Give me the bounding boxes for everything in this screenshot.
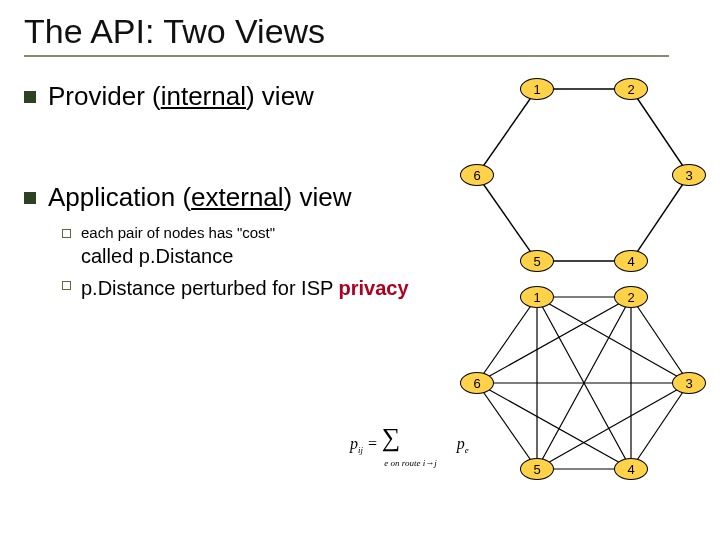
sub-a-small: each pair of nodes has "cost" xyxy=(81,224,275,241)
hollow-bullet-icon xyxy=(62,281,71,290)
sigma-icon: ∑ xyxy=(382,423,401,453)
graph-node-1: 1 xyxy=(520,78,554,100)
square-bullet-icon xyxy=(24,192,36,204)
sub-b-big: p.Distance perturbed for ISP xyxy=(81,277,339,299)
provider-prefix: Provider ( xyxy=(48,81,161,111)
application-prefix: Application ( xyxy=(48,182,191,212)
application-graph: 123456 xyxy=(450,280,700,500)
graph-node-3: 3 xyxy=(672,164,706,186)
svg-line-12 xyxy=(537,297,689,383)
graph-node-1: 1 xyxy=(520,286,554,308)
provider-graph: 123456 xyxy=(450,72,700,282)
provider-suffix: ) view xyxy=(246,81,314,111)
svg-line-18 xyxy=(537,383,689,469)
svg-line-8 xyxy=(631,383,689,469)
provider-accent: internal xyxy=(161,81,246,111)
svg-line-2 xyxy=(631,175,689,261)
application-label: Application (external) view xyxy=(48,182,351,213)
square-bullet-icon xyxy=(24,91,36,103)
graph-node-6: 6 xyxy=(460,164,494,186)
svg-line-1 xyxy=(631,89,689,175)
graph-node-5: 5 xyxy=(520,250,554,272)
formula-under: e on route i→j xyxy=(384,458,436,468)
svg-line-4 xyxy=(477,175,537,261)
graph-node-4: 4 xyxy=(614,458,648,480)
graph-node-3: 3 xyxy=(672,372,706,394)
formula-eq: = xyxy=(363,435,382,452)
sub-a-big: called p.Distance xyxy=(81,243,275,269)
svg-line-7 xyxy=(631,297,689,383)
svg-line-11 xyxy=(477,297,537,383)
graph-node-6: 6 xyxy=(460,372,494,394)
formula-p: p xyxy=(350,435,358,452)
hollow-bullet-icon xyxy=(62,229,71,238)
graph-node-2: 2 xyxy=(614,286,648,308)
sub-b-privacy: privacy xyxy=(339,277,409,299)
title-underline xyxy=(24,55,669,57)
graph-node-4: 4 xyxy=(614,250,648,272)
svg-line-10 xyxy=(477,383,537,469)
svg-line-5 xyxy=(477,89,537,175)
slide-title: The API: Two Views xyxy=(24,12,696,51)
provider-label: Provider (internal) view xyxy=(48,81,314,112)
application-suffix: ) view xyxy=(284,182,352,212)
application-accent: external xyxy=(191,182,284,212)
graph-node-2: 2 xyxy=(614,78,648,100)
graph-node-5: 5 xyxy=(520,458,554,480)
